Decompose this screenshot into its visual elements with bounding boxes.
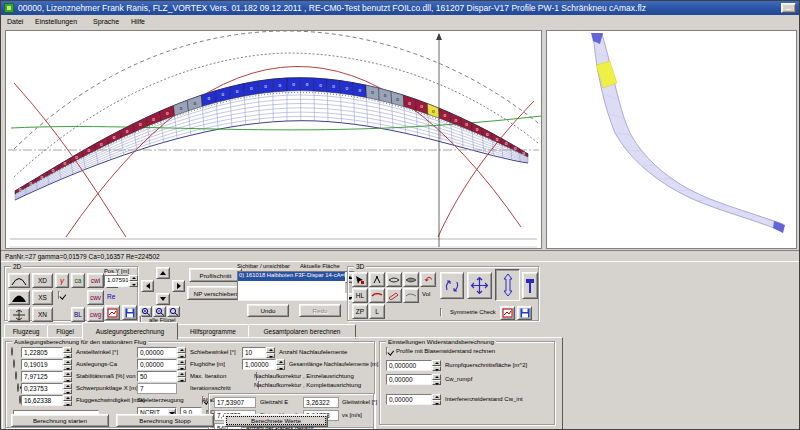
planform-plot[interactable]: 0000000000000000000000000000000000000000… [5, 30, 542, 249]
wing-outline-button[interactable] [386, 272, 402, 287]
stabilitaetsmass-radio[interactable] [15, 371, 17, 380]
stabilitaetsmass-input[interactable]: 7,97125 [21, 371, 63, 382]
airfoil-pen-button[interactable] [386, 288, 402, 303]
wing-fill-button[interactable] [403, 272, 419, 287]
toolbar-3d-caption: 3D [354, 263, 366, 270]
schiebewinkel-spinner[interactable] [177, 347, 186, 358]
flughoehe-spinner[interactable] [177, 359, 186, 370]
halfwing-filled-button[interactable] [8, 290, 30, 305]
undo-button[interactable]: Undo [247, 304, 289, 317]
rotate-view-button[interactable] [440, 272, 464, 299]
berechnung-starten-button[interactable]: Berechnung starten [11, 414, 109, 427]
berechnete-werte-button[interactable]: Berechnete Werte [224, 414, 328, 427]
auslegungs-ca-spinner[interactable] [63, 359, 72, 370]
max-iteration-input[interactable]: 50 [137, 371, 177, 382]
posy-input[interactable]: 1,07591 [104, 275, 129, 287]
undo-view-button[interactable]: ↶ [420, 272, 436, 287]
wing-3d-view[interactable] [546, 30, 797, 249]
cwv-button[interactable]: cwv [87, 290, 104, 305]
tab-auslegungsberechnung[interactable]: Auslegungsberechnung [82, 322, 178, 340]
xd-button[interactable]: XD [32, 273, 53, 288]
panel-tool-button[interactable] [369, 272, 385, 287]
gamma-checkbox[interactable] [58, 291, 60, 300]
cw-rumpf-spinner[interactable] [432, 374, 441, 385]
pan-left-button[interactable] [141, 280, 154, 292]
surface-listbox[interactable]: 0) 161018 Halbboten F3F-Dispar 14-cA=0 [237, 271, 355, 301]
berechnung-stopp-button[interactable]: Berechnung Stopp [116, 414, 214, 427]
rebuild-button[interactable] [522, 272, 538, 299]
stabilitaetsmass-spinner[interactable] [63, 371, 72, 382]
pan-view-button[interactable] [467, 272, 492, 299]
symmetric-view-button[interactable] [8, 307, 30, 322]
title-bar[interactable]: 00000, Lizenznehmer Frank Ranis, FLZ_VOR… [1, 1, 800, 15]
cw-int-spinner[interactable] [432, 394, 441, 405]
gamma-button[interactable]: γ [55, 273, 69, 288]
blasenwiderstand-checkbox[interactable] [386, 347, 388, 356]
zoom-out-button[interactable] [153, 306, 166, 317]
cwi-button[interactable]: cwi [87, 273, 104, 288]
l-button[interactable]: L [369, 304, 385, 319]
svg-text:0: 0 [505, 141, 508, 146]
copy-3d-image-button[interactable] [500, 306, 515, 320]
fluggeschwindigkeit-spinner[interactable] [63, 395, 72, 406]
schwerpunktlage-input[interactable]: 0,23753 [21, 383, 63, 394]
posy-spinner[interactable] [129, 275, 138, 287]
gesamtlaenge-input[interactable]: 1,00000 [242, 359, 276, 370]
np-verschieben-button[interactable]: NP verschieben [187, 286, 244, 300]
anstellwinkel-input[interactable]: 1,22805 [21, 347, 63, 358]
save-plot-button[interactable] [122, 305, 137, 320]
surface-list-item[interactable]: 0) 161018 Halbboten F3F-Dispar 14-cA=0 [238, 272, 354, 281]
ca-button[interactable]: ca [71, 273, 85, 288]
rumpfquerschnitt-spinner[interactable] [432, 360, 441, 371]
menu-sprache[interactable]: Sprache [93, 18, 119, 25]
svg-text:0: 0 [332, 84, 335, 89]
schiebewinkel-input[interactable]: 0,00000 [137, 347, 177, 358]
pan-up-button[interactable] [156, 267, 170, 279]
symmetrie-check-checkbox[interactable] [440, 308, 442, 317]
flughoehe-input[interactable]: 0,00000 [137, 359, 177, 370]
xs-button[interactable]: XS [32, 290, 53, 305]
xn-button[interactable]: XN [32, 307, 53, 322]
hl-button[interactable]: HL [352, 288, 368, 303]
zoom-fit-button[interactable] [167, 306, 180, 317]
nachlaufelemente-spinner[interactable] [266, 347, 275, 358]
svg-text:0: 0 [358, 88, 361, 93]
anstellwinkel-spinner[interactable] [63, 347, 72, 358]
cw-int-input[interactable]: 0,00000 [386, 394, 432, 405]
save-3d-button[interactable] [517, 306, 532, 320]
fluggeschwindigkeit-input[interactable]: 16,62338 [21, 395, 63, 406]
schwerpunktlage-radio[interactable] [17, 383, 19, 392]
svg-text:0: 0 [319, 83, 322, 88]
zp-button[interactable]: ZP [352, 304, 368, 319]
menu-hilfe[interactable]: Hilfe [131, 18, 145, 25]
schiebewinkel-label: Schiebewinkel [°] [190, 349, 236, 355]
nachlaufelemente-input[interactable]: 10 [242, 347, 266, 358]
minimize-button[interactable]: – [781, 3, 796, 13]
cw-rumpf-input[interactable]: 0,00000 [386, 374, 432, 385]
svg-text:0: 0 [486, 132, 489, 137]
cwg-button[interactable]: cwg [87, 307, 104, 322]
pan-right-button[interactable] [172, 280, 185, 292]
menu-datei[interactable]: Datei [7, 18, 23, 25]
bl-button[interactable]: BL [71, 307, 85, 322]
svg-text:0: 0 [443, 113, 446, 118]
auslegungs-ca-radio[interactable] [13, 359, 15, 368]
select-panel-button[interactable] [352, 272, 368, 287]
auslegungs-ca-input[interactable]: 0,19019 [21, 359, 63, 370]
zoom-view-button[interactable] [495, 269, 520, 301]
halfwing-outline-button[interactable] [8, 273, 30, 288]
schwerpunktlage-spinner[interactable] [63, 383, 72, 394]
anstellwinkel-radio[interactable] [11, 347, 13, 356]
menu-einstellungen[interactable]: Einstellungen [35, 18, 77, 25]
pan-down-button[interactable] [156, 293, 170, 305]
copy-image-button[interactable] [105, 305, 120, 320]
redo-button[interactable]: Redo [299, 304, 341, 317]
tab-strip: Flugzeug Flügel Auslegungsberechnung Hil… [1, 324, 800, 337]
airfoil-red-button[interactable] [369, 288, 385, 303]
rumpfquerschnitt-input[interactable]: 0,000000 [386, 360, 432, 371]
profilschnitt-button[interactable]: Profilschnitt [189, 268, 242, 282]
gesamtlaenge-spinner[interactable] [276, 359, 285, 370]
window-title: 00000, Lizenznehmer Frank Ranis, FLZ_VOR… [18, 3, 646, 13]
max-iteration-spinner[interactable] [177, 371, 186, 382]
airfoil-outline-button[interactable] [403, 288, 419, 303]
